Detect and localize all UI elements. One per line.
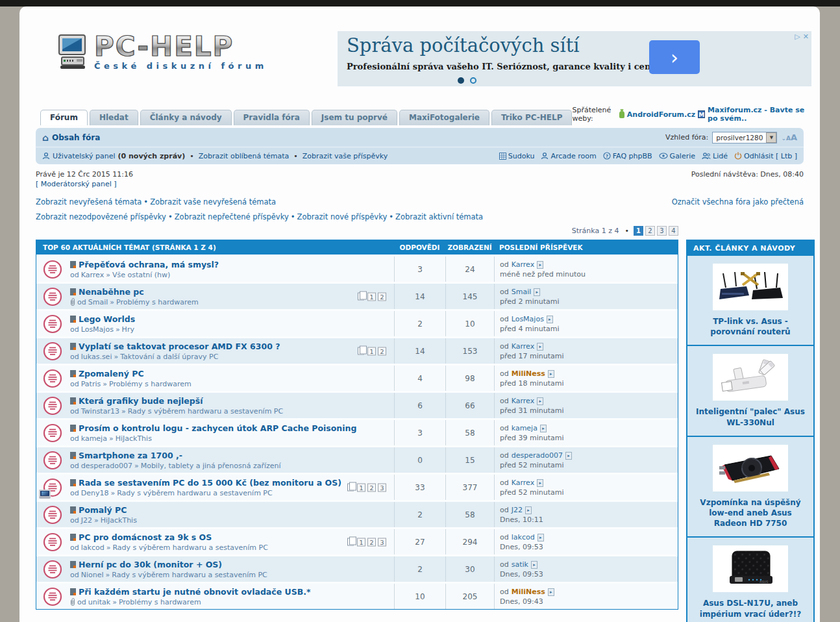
- last-post-user-link[interactable]: Karrex: [512, 342, 534, 351]
- carousel-dot-active[interactable]: [458, 77, 464, 84]
- gallery-link[interactable]: Galerie: [670, 152, 695, 160]
- routers-comparison-image[interactable]: [713, 264, 788, 310]
- topic-title-link[interactable]: Rada se sestavením PC do 15 000 Kč (bez …: [79, 478, 341, 488]
- androidforum-link[interactable]: AndroidForum.cz: [627, 110, 695, 119]
- topic-author-link[interactable]: unitak: [88, 598, 110, 606]
- page-number-link[interactable]: 3: [657, 226, 667, 236]
- last-post-user-link[interactable]: desperado007: [512, 451, 563, 460]
- topic-title-link[interactable]: Pomalý PC: [79, 505, 127, 515]
- topic-category-link[interactable]: HiJackThis: [101, 516, 137, 525]
- last-post-user-link[interactable]: satik: [512, 560, 528, 569]
- topic-author-link[interactable]: desperado007: [81, 462, 132, 470]
- latest-post-page-icon[interactable]: [70, 288, 76, 295]
- font-size-control[interactable]: ⌄AA: [781, 132, 797, 142]
- modem-router-image[interactable]: ASUS: [713, 545, 788, 592]
- goto-last-post-icon[interactable]: ▸: [537, 479, 543, 487]
- last-post-user-link[interactable]: kameja: [512, 424, 537, 432]
- sidebar-article-link[interactable]: Inteligentní "palec" Asus WL-330Nul: [693, 406, 808, 427]
- topic-title-link[interactable]: Při každém startu je nutné obnovit ovlad…: [79, 587, 310, 597]
- topic-title-link[interactable]: PC pro domácnost za 9k s OS: [79, 532, 212, 542]
- latest-post-page-icon[interactable]: [70, 534, 76, 541]
- topic-author-link[interactable]: Deny18: [81, 489, 109, 497]
- topic-title-link[interactable]: Vyplatí se taktovat procesor AMD FX 6300…: [79, 342, 280, 351]
- page-number-link[interactable]: 2: [367, 483, 376, 491]
- page-number-link[interactable]: 4: [669, 226, 678, 236]
- goto-last-post-icon[interactable]: ▸: [525, 506, 532, 514]
- mark-forums-read-link[interactable]: Označit všechna fóra jako přečtená: [672, 197, 804, 206]
- ad-next-button[interactable]: ›: [649, 40, 700, 74]
- last-post-user-link[interactable]: lakcod: [512, 533, 535, 541]
- latest-post-page-icon[interactable]: [70, 343, 76, 350]
- sudoku-link[interactable]: Sudoku: [508, 152, 535, 160]
- quick-link[interactable]: Zobrazit nevyřešená témata: [36, 197, 142, 206]
- own-posts-link[interactable]: Zobrazit vaše příspěvky: [303, 152, 388, 160]
- topic-category-link[interactable]: Hry: [122, 325, 134, 334]
- quick-link[interactable]: Zobrazit vaše nevyřešená témata: [150, 197, 276, 206]
- sidebar-article-link[interactable]: TP-link vs. Asus - porovnání routerů: [693, 316, 808, 337]
- topic-category-link[interactable]: Problémy s hardwarem: [116, 298, 199, 306]
- carousel-dot[interactable]: [470, 77, 476, 84]
- goto-last-post-icon[interactable]: ▸: [547, 316, 553, 323]
- topic-author-link[interactable]: Twinstar13: [81, 407, 119, 416]
- topic-author-link[interactable]: lakcod: [81, 543, 105, 552]
- latest-post-page-icon[interactable]: [70, 588, 76, 595]
- page-number-link[interactable]: 1: [367, 292, 376, 301]
- topic-title-link[interactable]: Lego Worlds: [79, 314, 135, 324]
- topic-author-link[interactable]: Nionel: [81, 571, 104, 579]
- last-post-user-link[interactable]: Karrex: [512, 397, 534, 405]
- nav-tab[interactable]: MaxiFotogalerie: [399, 110, 489, 125]
- latest-post-page-icon[interactable]: [70, 370, 76, 377]
- topic-title-link[interactable]: Prosím o kontrolu logu - zachycen útok A…: [79, 423, 356, 433]
- sidebar-article-link[interactable]: Asus DSL-N17U, aneb impérium vrací úder?…: [693, 598, 808, 619]
- moderator-panel-link[interactable]: [ Moderátorský panel ]: [36, 180, 117, 188]
- quick-link[interactable]: Zobrazit nepřečtené příspěvky: [175, 212, 289, 221]
- arcade-room-link[interactable]: Arcade room: [550, 152, 596, 160]
- goto-last-post-icon[interactable]: ▸: [534, 288, 540, 296]
- goto-last-post-icon[interactable]: ▸: [537, 261, 543, 269]
- quick-link[interactable]: Zobrazit nezodpovězené příspěvky: [36, 212, 166, 221]
- favorite-topics-link[interactable]: Zobrazit oblíbená témata: [199, 152, 290, 160]
- goto-last-post-icon[interactable]: ▸: [540, 425, 547, 432]
- last-post-user-link[interactable]: Karrex: [512, 260, 534, 269]
- latest-post-page-icon[interactable]: [70, 561, 76, 568]
- latest-post-page-icon[interactable]: [70, 425, 76, 432]
- topic-title-link[interactable]: Nenaběhne pc: [79, 287, 144, 297]
- nav-tab[interactable]: Pravidla fóra: [234, 110, 310, 125]
- quick-link[interactable]: Zobrazit aktivní témata: [395, 212, 483, 221]
- topic-category-link[interactable]: Problémy s hardwarem: [119, 598, 201, 606]
- latest-post-page-icon[interactable]: [70, 397, 76, 404]
- topic-category-link[interactable]: Vše ostatní (hw): [112, 271, 170, 279]
- last-post-user-link[interactable]: J22: [512, 506, 523, 514]
- goto-last-post-icon[interactable]: ▸: [548, 370, 554, 378]
- topic-author-link[interactable]: Smail: [88, 298, 108, 306]
- topic-author-link[interactable]: kameja: [81, 434, 107, 443]
- topic-title-link[interactable]: Která grafiky bude nejlepší: [79, 396, 203, 406]
- goto-last-post-icon[interactable]: ▸: [537, 343, 543, 351]
- adchoices-icon[interactable]: ▷: [795, 32, 800, 41]
- ad-banner[interactable]: Správa počítačových sítí Profesionální s…: [338, 31, 811, 86]
- page-number-link[interactable]: 3: [378, 538, 386, 546]
- faq-link[interactable]: FAQ phpBB: [613, 152, 652, 160]
- topic-author-link[interactable]: LosMajos: [81, 325, 114, 334]
- topic-author-link[interactable]: J22: [81, 516, 92, 525]
- page-number-link[interactable]: 1: [357, 483, 365, 491]
- last-post-user-link[interactable]: MiliNess: [512, 369, 545, 378]
- nav-tab[interactable]: Hledat: [90, 110, 138, 125]
- goto-last-post-icon[interactable]: ▸: [537, 534, 544, 541]
- breadcrumb-home-link[interactable]: Obsah fóra: [52, 133, 100, 142]
- page-number-link[interactable]: 2: [378, 347, 386, 355]
- topic-author-link[interactable]: Karrex: [81, 271, 104, 279]
- logout-link[interactable]: Odhlásit [ Ltb ]: [744, 152, 797, 160]
- quick-link[interactable]: Zobrazit nové příspěvky: [297, 212, 388, 221]
- graphics-card-image[interactable]: [713, 445, 788, 491]
- ad-close-icon[interactable]: ✕: [803, 32, 809, 41]
- topic-category-link[interactable]: HiJackThis: [116, 434, 152, 443]
- goto-last-post-icon[interactable]: ▸: [548, 588, 554, 596]
- latest-post-page-icon[interactable]: [70, 479, 76, 486]
- sidebar-article-link[interactable]: Vzpomínka na úspěšný low-end aneb Asus R…: [693, 497, 808, 529]
- members-link[interactable]: Lidé: [713, 152, 728, 160]
- maxiforum-link[interactable]: Maxiforum.cz - Bavte se po svém..: [708, 106, 807, 123]
- last-post-user-link[interactable]: LosMajos: [512, 315, 544, 323]
- topic-title-link[interactable]: Přepěťová ochrana, má smysl?: [79, 260, 219, 269]
- latest-post-page-icon[interactable]: [70, 506, 76, 514]
